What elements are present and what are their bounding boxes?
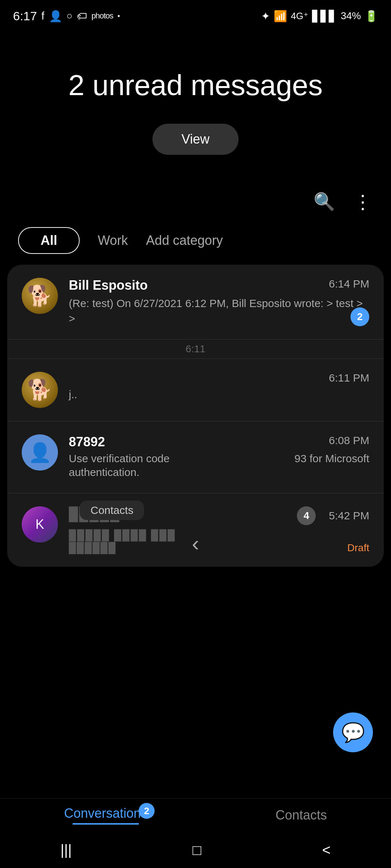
more-options-icon[interactable]: ⋮ bbox=[353, 191, 373, 213]
message-preview-group1: █████ ████ ███ bbox=[69, 528, 369, 542]
dot-icon: • bbox=[118, 12, 120, 20]
message-header-bill: Bill Esposito 6:14 PM bbox=[69, 278, 369, 293]
message-time-group: 5:42 PM bbox=[329, 510, 369, 522]
message-header-87892: 87892 6:08 PM bbox=[69, 434, 369, 450]
message-preview-right-87892: 93 for Microsoft bbox=[294, 452, 369, 465]
action-bar: 🔍 ⋮ bbox=[0, 184, 391, 220]
message-item-bill[interactable]: 🐕 Bill Esposito 6:14 PM (Re: test) On 6/… bbox=[7, 265, 384, 340]
nav-tab-contacts[interactable]: Contacts bbox=[276, 808, 327, 823]
notification-area: 2 unread messages View bbox=[0, 25, 391, 184]
wifi-icon: 📶 bbox=[274, 10, 287, 22]
signal-bars-icon: ▋▋▋ bbox=[312, 10, 337, 22]
message-item-group[interactable]: K █████ 4 5:42 PM █████ ████ ███ ██████ … bbox=[7, 493, 384, 567]
message-preview-left-87892: Use verification code bbox=[69, 452, 169, 465]
search-icon[interactable]: 🔍 bbox=[314, 192, 335, 212]
chat-fab[interactable]: 💬 bbox=[333, 712, 373, 752]
nav-conversations-label: Conversations bbox=[64, 806, 147, 821]
time: 6:17 bbox=[13, 9, 37, 23]
view-button[interactable]: View bbox=[152, 124, 238, 155]
contacts-popup-label: Contacts bbox=[91, 504, 133, 516]
unread-count: 2 bbox=[68, 69, 85, 101]
message-content-6-11: 6:11 PM j.. bbox=[69, 372, 369, 402]
person-icon: 👤 bbox=[49, 10, 62, 22]
sender-name-87892: 87892 bbox=[69, 434, 105, 450]
unread-badge-group: 4 bbox=[297, 506, 316, 525]
battery-percent: 34% bbox=[341, 10, 361, 22]
battery-icon: 🔋 bbox=[365, 10, 378, 22]
status-bar: 6:17 f 👤 ○ 🏷 photos • ✦ 📶 4G⁺ ▋▋▋ 34% 🔋 bbox=[0, 0, 391, 25]
nav-conversations-underline bbox=[72, 823, 139, 825]
back-btn-overlay[interactable]: ‹ bbox=[192, 531, 199, 556]
message-item-87892[interactable]: 👤 87892 6:08 PM Use verification code 93… bbox=[7, 421, 384, 493]
category-tabs: All Work Add category bbox=[0, 220, 391, 265]
tab-all[interactable]: All bbox=[18, 227, 80, 254]
message-preview-bill: (Re: test) On 6/27/2021 6:12 PM, Bill Es… bbox=[69, 296, 369, 326]
contacts-popup: Contacts bbox=[80, 501, 144, 520]
nav-contacts-label: Contacts bbox=[276, 808, 327, 823]
facebook-icon: f bbox=[41, 10, 44, 22]
message-item-6-11[interactable]: 🐕 6:11 PM j.. bbox=[7, 359, 384, 421]
message-preview-row-87892: Use verification code 93 for Microsoft bbox=[69, 452, 369, 465]
nav-tab-conversations[interactable]: Conversations 2 bbox=[64, 806, 147, 825]
message-time-6-11: 6:11 PM bbox=[329, 372, 369, 384]
circle-icon: ○ bbox=[67, 10, 73, 22]
message-preview-bottom-87892: authentication. bbox=[69, 465, 369, 480]
system-nav-home[interactable]: □ bbox=[193, 842, 201, 858]
unread-title: 2 unread messages bbox=[68, 69, 323, 102]
message-preview-6-11: j.. bbox=[69, 387, 369, 402]
bottom-nav: Conversations 2 Contacts bbox=[0, 798, 391, 832]
tab-add-category[interactable]: Add category bbox=[146, 233, 223, 248]
system-nav-back[interactable]: < bbox=[322, 842, 331, 858]
time-divider: 6:11 bbox=[7, 340, 384, 359]
signal-icon: 4G⁺ bbox=[291, 10, 308, 22]
unread-badge-bill: 2 bbox=[350, 307, 369, 326]
photo-icon: photos bbox=[91, 11, 113, 21]
status-left: 6:17 f 👤 ○ 🏷 photos • bbox=[13, 9, 120, 23]
avatar-6-11: 🐕 bbox=[22, 372, 58, 408]
message-time-bill: 6:14 PM bbox=[329, 278, 369, 290]
avatar-group: K bbox=[22, 506, 58, 542]
message-content-bill: Bill Esposito 6:14 PM (Re: test) On 6/27… bbox=[69, 278, 369, 326]
system-nav: ||| □ < bbox=[0, 832, 391, 868]
system-nav-menu[interactable]: ||| bbox=[60, 842, 72, 858]
nav-conversations-badge: 2 bbox=[139, 803, 155, 819]
avatar-bill: 🐕 bbox=[22, 278, 58, 314]
status-right: ✦ 📶 4G⁺ ▋▋▋ 34% 🔋 bbox=[261, 10, 378, 22]
message-header-6-11: 6:11 PM bbox=[69, 372, 369, 384]
message-content-87892: 87892 6:08 PM Use verification code 93 f… bbox=[69, 434, 369, 480]
draft-label: Draft bbox=[347, 542, 369, 554]
avatar-87892: 👤 bbox=[22, 434, 58, 471]
messages-list: 🐕 Bill Esposito 6:14 PM (Re: test) On 6/… bbox=[7, 265, 384, 567]
message-preview-group2: ██████ bbox=[69, 542, 116, 554]
sender-name-bill: Bill Esposito bbox=[69, 278, 148, 293]
message-time-87892: 6:08 PM bbox=[329, 434, 369, 447]
badge-icon: 🏷 bbox=[77, 10, 87, 22]
unread-label: unread messages bbox=[92, 69, 323, 101]
tab-work[interactable]: Work bbox=[98, 233, 128, 248]
bluetooth-icon: ✦ bbox=[261, 10, 270, 22]
